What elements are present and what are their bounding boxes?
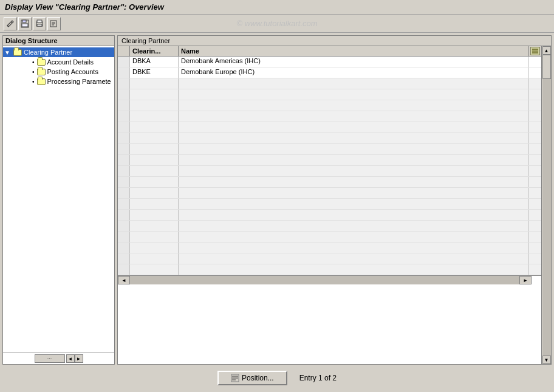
cell-end-e: [529, 155, 541, 165]
cell-clearing-e: [130, 264, 179, 275]
table-row: [118, 144, 541, 155]
table-row: [118, 232, 541, 242]
position-button[interactable]: Position...: [217, 371, 287, 385]
cell-name-e: [179, 122, 529, 132]
table-row: [118, 89, 541, 100]
cell-clearing-e: [130, 111, 179, 122]
vertical-scrollbar[interactable]: ▲ ▼: [541, 46, 551, 364]
cell-end-e: [529, 122, 541, 132]
folder-icon-account: [36, 58, 46, 66]
cell-select-e: [118, 232, 130, 242]
cell-clearing-e: [130, 155, 179, 165]
scroll-up-button[interactable]: ▲: [542, 46, 551, 55]
svg-rect-5: [22, 24, 28, 27]
scroll-h-track[interactable]: [130, 276, 519, 284]
folder-icon-clearing: [13, 48, 22, 57]
watermark: © www.tutorialkart.com: [236, 19, 317, 28]
toolbar-icon-edit[interactable]: [4, 17, 17, 30]
tree-item-processing-params[interactable]: • Processing Paramete: [14, 77, 114, 86]
cell-end-e: [529, 144, 541, 154]
nav-arrow-right[interactable]: ►: [75, 354, 83, 363]
toolbar-icon-save[interactable]: [18, 17, 32, 30]
cell-end-e: [529, 242, 541, 253]
scroll-v-track[interactable]: [542, 55, 551, 356]
cell-end-e: [529, 232, 541, 242]
nav-arrows: ◄ ►: [66, 354, 83, 363]
cell-select-e: [118, 89, 130, 100]
table-row: [118, 166, 541, 177]
cell-select-e: [118, 144, 130, 154]
cell-end-e: [529, 221, 541, 231]
cell-name-e: [179, 232, 529, 242]
cell-clearing-e: [130, 133, 179, 143]
cell-end-e: [529, 188, 541, 198]
cell-name-2: Demobank Europe (IHC): [179, 67, 529, 78]
table-row[interactable]: DBKA Demobank Americas (IHC): [118, 57, 541, 67]
col-header-settings[interactable]: [529, 46, 541, 56]
svg-rect-13: [532, 49, 538, 50]
cell-clearing-e: [130, 122, 179, 132]
table-row: [118, 199, 541, 210]
table-row: [118, 253, 541, 264]
cell-select-e: [118, 100, 130, 111]
table-panel-header: Clearing Partner: [118, 36, 551, 46]
toolbar: © www.tutorialkart.com: [0, 15, 554, 33]
svg-rect-4: [22, 20, 26, 22]
scroll-left-button[interactable]: ◄: [118, 276, 130, 284]
cell-select-e: [118, 78, 130, 89]
cell-end-e: [529, 78, 541, 89]
cell-end-2: [529, 67, 541, 78]
cell-clearing-e: [130, 177, 179, 187]
svg-rect-14: [532, 50, 538, 52]
cell-name-e: [179, 78, 529, 89]
cell-clearing-e: [130, 89, 179, 100]
cell-end-e: [529, 177, 541, 187]
scroll-right-button[interactable]: ►: [519, 276, 532, 284]
cell-name-e: [179, 133, 529, 143]
cell-select-e: [118, 253, 130, 264]
resize-button[interactable]: ···: [35, 354, 65, 363]
cell-select-e: [118, 264, 130, 275]
table-row: [118, 188, 541, 199]
dialog-structure-bottom: ··· ◄ ►: [3, 352, 114, 364]
tree-expand-icon[interactable]: ▼: [4, 49, 13, 56]
cell-select-e: [118, 177, 130, 187]
cell-clearing-1: DBKA: [130, 57, 179, 67]
toolbar-icon-find[interactable]: [47, 17, 61, 30]
tree-item-clearing-partner[interactable]: ▼ Clearing Partner: [3, 47, 114, 57]
tree-item-account-details[interactable]: • Account Details: [14, 57, 114, 67]
dialog-structure-panel: Dialog Structure ▼ Clearing Partner • Ac…: [2, 35, 115, 365]
tree-label-processing: Processing Paramete: [47, 78, 111, 85]
tree-container: ▼ Clearing Partner • Account Details •: [3, 46, 114, 352]
cell-select-e: [118, 221, 130, 231]
cell-clearing-e: [130, 199, 179, 209]
cell-clearing-e: [130, 221, 179, 231]
cell-select-e: [118, 111, 130, 122]
cell-select-2: [118, 67, 130, 78]
cell-end-e: [529, 166, 541, 176]
table-row: [118, 133, 541, 144]
cell-end-e: [529, 89, 541, 100]
cell-select-1: [118, 57, 130, 67]
cell-select-e: [118, 210, 130, 220]
table-header-row: Clearin... Name: [118, 46, 541, 57]
cell-clearing-e: [130, 166, 179, 176]
cell-end-e: [529, 111, 541, 122]
entry-info: Entry 1 of 2: [299, 374, 337, 382]
scroll-down-button[interactable]: ▼: [542, 356, 551, 364]
table-row: [118, 78, 541, 89]
scroll-thumb[interactable]: [542, 55, 551, 79]
table-row[interactable]: DBKE Demobank Europe (IHC): [118, 67, 541, 78]
folder-icon-processing: [36, 77, 46, 86]
cell-clearing-e: [130, 253, 179, 264]
bullet-icon-1: •: [32, 59, 35, 66]
column-settings-icon[interactable]: [530, 47, 540, 55]
cell-end-e: [529, 210, 541, 220]
cell-clearing-e: [130, 100, 179, 111]
cell-select-e: [118, 122, 130, 132]
horizontal-scrollbar[interactable]: ◄ ►: [118, 275, 541, 285]
tree-item-posting-accounts[interactable]: • Posting Accounts: [14, 67, 114, 77]
bullet-icon-2: •: [32, 69, 35, 75]
toolbar-icon-print[interactable]: [33, 17, 46, 30]
nav-arrow-left[interactable]: ◄: [66, 354, 75, 363]
